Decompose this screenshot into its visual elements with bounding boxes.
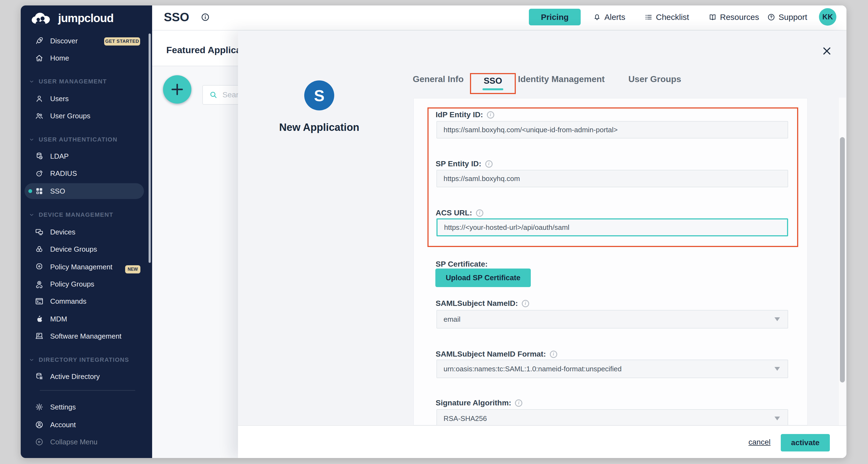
- sidebar-item-label: Discover: [50, 37, 78, 45]
- sso-grid-icon: [35, 187, 43, 195]
- saml-subject-nameid-select[interactable]: email: [436, 310, 788, 329]
- modal-scrollbar-track: [838, 98, 846, 425]
- laptop-apps-icon: [35, 332, 43, 341]
- info-icon[interactable]: i: [487, 111, 494, 119]
- top-header: SSO Pricing Alerts Checklist Resources S…: [152, 5, 846, 31]
- sidebar-section-device-management[interactable]: DEVICE MANAGEMENT: [29, 211, 114, 219]
- bell-icon: [593, 13, 601, 21]
- sidebar-item-label: Policy Management: [50, 263, 112, 271]
- plus-icon: [169, 82, 185, 97]
- sp-entity-id-input[interactable]: [436, 170, 788, 187]
- idp-entity-id-input[interactable]: [436, 121, 788, 138]
- sidebar-item-user-groups[interactable]: User Groups: [25, 108, 144, 124]
- active-tab-underline: [483, 88, 503, 90]
- saml-subject-nameid-label-row: SAMLSubject NameID: i: [436, 298, 529, 309]
- sidebar-section-user-authentication[interactable]: USER AUTHENTICATION: [29, 136, 118, 144]
- checklist-icon: [645, 13, 653, 21]
- rocket-icon: [35, 36, 43, 45]
- sidebar-item-label: Home: [50, 54, 69, 62]
- support-nav[interactable]: Support: [767, 9, 807, 25]
- user-icon: [35, 94, 43, 103]
- modal-footer: cancel activate: [238, 425, 846, 458]
- sp-entity-id-label-row: SP Entity ID: i: [436, 158, 493, 169]
- sp-certificate-label-row: SP Certificate:: [436, 259, 488, 270]
- sidebar-item-label: Policy Groups: [50, 280, 94, 288]
- sidebar-item-home[interactable]: Home: [25, 50, 144, 66]
- info-icon[interactable]: i: [485, 160, 493, 168]
- acs-url-input[interactable]: [436, 218, 788, 236]
- sidebar-item-label: LDAP: [50, 152, 69, 161]
- sidebar-item-device-groups[interactable]: Device Groups: [25, 241, 144, 257]
- logo-wordmark: jumpcloud: [58, 12, 114, 25]
- user-avatar[interactable]: KK: [819, 8, 836, 26]
- search-icon: [209, 90, 218, 99]
- pricing-button[interactable]: Pricing: [529, 9, 581, 25]
- apple-icon: [35, 315, 43, 323]
- info-icon[interactable]: i: [515, 399, 522, 407]
- sidebar-item-users[interactable]: Users: [25, 91, 144, 106]
- new-badge: NEW: [125, 265, 141, 273]
- info-icon[interactable]: i: [550, 350, 557, 358]
- user-group-icon: [35, 112, 43, 120]
- sso-tab-annotation-box: SSO: [470, 73, 516, 94]
- info-icon[interactable]: i: [476, 209, 483, 217]
- active-indicator-dot: [28, 189, 32, 193]
- alerts-nav[interactable]: Alerts: [593, 9, 625, 25]
- venn-circles-icon: [35, 245, 43, 253]
- tab-user-groups[interactable]: User Groups: [628, 74, 681, 84]
- sidebar-item-label: Device Groups: [50, 245, 97, 253]
- signature-algorithm-select[interactable]: RSA-SHA256: [436, 409, 788, 425]
- checklist-nav[interactable]: Checklist: [645, 9, 689, 25]
- activate-button[interactable]: activate: [781, 434, 830, 452]
- tab-sso-active[interactable]: SSO: [471, 76, 515, 86]
- nameid-format-label-row: SAMLSubject NameID Format: i: [436, 349, 557, 360]
- sidebar-item-commands[interactable]: Commands: [25, 293, 144, 309]
- signature-algorithm-label-row: Signature Algorithm: i: [436, 398, 522, 408]
- sidebar: jumpcloud Discover GET STARTED Home USER…: [21, 5, 152, 458]
- sidebar-section-directory-integrations[interactable]: DIRECTORY INTEGRATIONS: [29, 356, 129, 364]
- sidebar-item-settings[interactable]: Settings: [25, 399, 144, 415]
- screenshot-root: jumpcloud Discover GET STARTED Home USER…: [0, 0, 868, 464]
- modal-scrollbar-thumb[interactable]: [840, 137, 845, 382]
- caret-down-icon: [774, 367, 780, 371]
- sidebar-item-account[interactable]: Account: [25, 417, 144, 433]
- sidebar-item-label: Commands: [50, 297, 86, 306]
- idp-entity-id-label-row: IdP Entity ID: i: [436, 109, 494, 120]
- sidebar-item-policy-groups[interactable]: Policy Groups: [25, 276, 144, 292]
- sidebar-item-ldap[interactable]: LDAP: [25, 148, 144, 164]
- nameid-format-select[interactable]: urn:oasis:names:tc:SAML:1.0:nameid-forma…: [436, 360, 788, 378]
- sidebar-item-collapse-menu[interactable]: Collapse Menu: [25, 434, 144, 450]
- sidebar-item-label: MDM: [50, 315, 67, 323]
- help-circle-icon: [767, 13, 775, 21]
- tab-identity-management[interactable]: Identity Management: [518, 74, 604, 84]
- sidebar-item-sso-active[interactable]: SSO: [25, 183, 144, 199]
- account-circle-icon: [35, 421, 43, 429]
- resources-nav[interactable]: Resources: [709, 9, 759, 25]
- application-avatar: S: [304, 81, 334, 111]
- policy-groups-icon: [35, 280, 43, 288]
- database-windows-icon: [35, 372, 43, 381]
- info-icon[interactable]: [200, 12, 210, 22]
- chevron-down-icon: [29, 79, 34, 84]
- upload-sp-certificate-button[interactable]: Upload SP Certificate: [435, 269, 531, 287]
- sidebar-item-mdm[interactable]: MDM: [25, 311, 144, 327]
- jumpcloud-logo[interactable]: jumpcloud: [30, 12, 114, 25]
- tab-general-info[interactable]: General Info: [413, 74, 464, 84]
- sidebar-scrollbar[interactable]: [149, 34, 151, 263]
- sidebar-item-label: User Groups: [50, 112, 90, 120]
- sidebar-item-label: SSO: [50, 187, 65, 195]
- new-application-panel: S New Application General Info SSO Ident…: [238, 31, 846, 458]
- info-icon[interactable]: i: [522, 300, 529, 307]
- sidebar-item-devices[interactable]: Devices: [25, 224, 144, 240]
- sidebar-section-user-management[interactable]: USER MANAGEMENT: [29, 78, 107, 85]
- sidebar-divider: [40, 390, 135, 391]
- cancel-link[interactable]: cancel: [743, 438, 776, 446]
- sidebar-item-software-management[interactable]: Software Management: [25, 328, 144, 344]
- sso-config-form: IdP Entity ID: i SP Entity ID: i ACS URL…: [413, 98, 807, 425]
- add-application-button[interactable]: [163, 75, 191, 103]
- chevron-down-icon: [29, 137, 34, 142]
- sidebar-item-radius[interactable]: RADIUS: [25, 165, 144, 181]
- chevron-down-icon: [29, 357, 34, 363]
- sidebar-item-active-directory[interactable]: Active Directory: [25, 369, 144, 384]
- close-icon[interactable]: [822, 46, 832, 56]
